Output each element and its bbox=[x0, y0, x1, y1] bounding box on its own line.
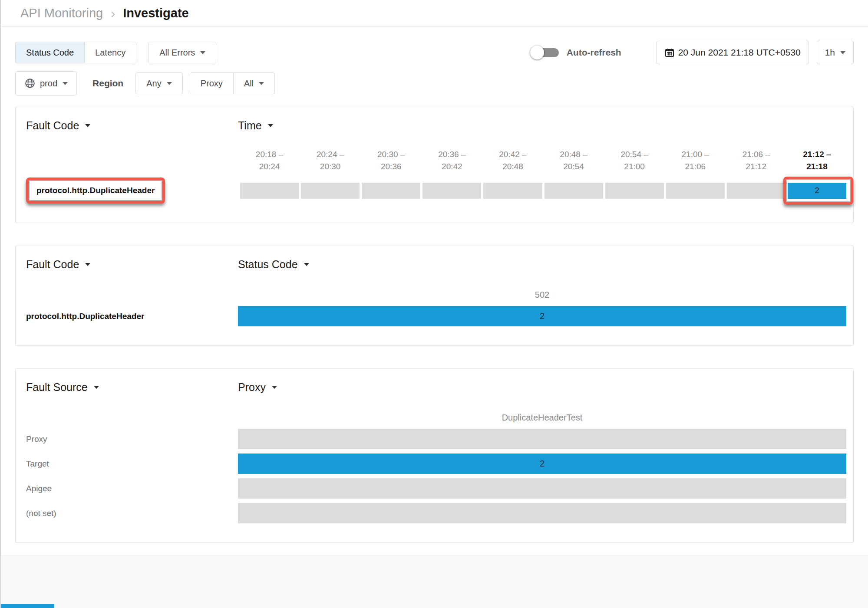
page-title: Investigate bbox=[123, 6, 189, 20]
bar-row-label: Target bbox=[26, 459, 238, 469]
panel-3-header: Fault Source Proxy bbox=[26, 381, 846, 394]
caret-down-icon bbox=[63, 82, 68, 85]
tab-status-code[interactable]: Status Code bbox=[15, 42, 85, 63]
bar-empty[interactable] bbox=[238, 503, 846, 523]
toolbar-right-group: Auto-refresh bbox=[530, 41, 854, 64]
region-label: Region bbox=[92, 78, 123, 89]
environment-dropdown[interactable]: prod bbox=[15, 71, 77, 95]
bar-row: Apigee bbox=[26, 478, 846, 499]
api-monitoring-investigate-page: API Monitoring › Investigate Status Code… bbox=[0, 0, 868, 608]
time-cell-empty[interactable] bbox=[727, 183, 785, 199]
bar-empty[interactable] bbox=[238, 429, 846, 449]
calendar-icon bbox=[664, 47, 675, 58]
col-dimension-label: Time bbox=[238, 119, 262, 132]
panel-2-header: Fault Code Status Code bbox=[26, 258, 846, 271]
status-column-header-row: 502 bbox=[26, 271, 846, 300]
page-footer bbox=[1, 555, 868, 608]
status-matrix-rows: protocol.http.DuplicateHeader2 bbox=[26, 306, 846, 326]
time-bucket-label: 21:00 –21:06 bbox=[666, 148, 725, 172]
time-cell-empty[interactable] bbox=[666, 183, 725, 199]
proxy-column-header-row: DuplicateHeaderTest bbox=[26, 394, 846, 423]
bar-row-label: Apigee bbox=[26, 484, 238, 493]
bar-row: Proxy bbox=[26, 429, 846, 449]
caret-down-icon bbox=[85, 263, 90, 266]
time-bucket-label: 20:42 –20:48 bbox=[483, 148, 542, 172]
bottom-accent-strip bbox=[1, 604, 54, 608]
time-cell-empty[interactable] bbox=[301, 183, 360, 199]
breadcrumb-chevron-icon: › bbox=[111, 6, 115, 21]
globe-icon bbox=[24, 78, 36, 89]
row-dimension-dropdown[interactable]: Fault Code bbox=[26, 119, 238, 132]
caret-down-icon bbox=[840, 51, 845, 54]
panel-fault-code-by-status-code: Fault Code Status Code 502 protocol.http… bbox=[15, 246, 854, 346]
caret-down-icon bbox=[304, 263, 309, 266]
col-dimension-dropdown[interactable]: Proxy bbox=[238, 381, 846, 394]
col-dimension-dropdown[interactable]: Status Code bbox=[238, 258, 846, 271]
bar-empty[interactable] bbox=[238, 478, 846, 499]
time-matrix-row: protocol.http.DuplicateHeader 2 bbox=[26, 177, 846, 204]
tab-latency[interactable]: Latency bbox=[84, 42, 136, 63]
status-column-header: 502 bbox=[238, 290, 846, 300]
annotation-red-box: protocol.http.DuplicateHeader bbox=[26, 177, 165, 204]
panel-1-header: Fault Code Time bbox=[26, 119, 846, 132]
time-bucket-label: 20:48 –20:54 bbox=[545, 148, 603, 172]
time-bucket-label: 21:12 –21:18 bbox=[788, 148, 846, 172]
proxy-column-header: DuplicateHeaderTest bbox=[238, 413, 846, 423]
proxy-filter-value: All bbox=[244, 79, 254, 89]
time-cell-empty[interactable] bbox=[240, 183, 299, 199]
time-range-dropdown[interactable]: 1h bbox=[817, 41, 854, 64]
row-dimension-dropdown[interactable]: Fault Source bbox=[26, 381, 238, 394]
time-bucket-label: 20:30 –20:36 bbox=[362, 148, 420, 172]
row-dimension-label: Fault Source bbox=[26, 381, 88, 394]
errors-filter-dropdown[interactable]: All Errors bbox=[149, 42, 216, 63]
time-bucket-label: 20:36 –20:42 bbox=[422, 148, 481, 172]
bar-row-label: protocol.http.DuplicateHeader bbox=[26, 312, 238, 321]
time-range-value: 1h bbox=[825, 47, 835, 58]
bar-value[interactable]: 2 bbox=[238, 306, 846, 326]
time-cell-empty[interactable] bbox=[422, 183, 481, 199]
time-cell-empty[interactable] bbox=[483, 183, 542, 199]
time-cell-value[interactable]: 2 bbox=[788, 183, 846, 199]
bar-value[interactable]: 2 bbox=[238, 454, 846, 474]
proxy-filter-dropdown[interactable]: All bbox=[233, 72, 275, 94]
bar-row-label: Proxy bbox=[26, 434, 238, 444]
breadcrumb-section[interactable]: API Monitoring bbox=[20, 6, 103, 20]
time-cell-empty[interactable] bbox=[545, 183, 603, 199]
row-dimension-label: Fault Code bbox=[26, 258, 79, 271]
caret-down-icon bbox=[200, 51, 205, 54]
bar-row: protocol.http.DuplicateHeader2 bbox=[26, 306, 846, 326]
row-dimension-label: Fault Code bbox=[26, 119, 79, 132]
time-bucket-label: 21:06 –21:12 bbox=[727, 148, 785, 172]
environment-value: prod bbox=[40, 79, 57, 89]
time-cell-empty[interactable] bbox=[362, 183, 420, 199]
proxy-filter-group: Proxy All bbox=[190, 72, 275, 94]
breadcrumb: API Monitoring › Investigate bbox=[1, 0, 868, 27]
fault-code-row-label: protocol.http.DuplicateHeader bbox=[36, 186, 155, 195]
time-cell-empty[interactable] bbox=[605, 183, 664, 199]
panel-fault-source-by-proxy: Fault Source Proxy DuplicateHeaderTest P… bbox=[15, 368, 854, 543]
datetime-picker-button[interactable]: 20 Jun 2021 21:18 UTC+0530 bbox=[656, 41, 809, 64]
caret-down-icon bbox=[259, 82, 264, 85]
caret-down-icon bbox=[272, 386, 277, 389]
proxy-filter-label: Proxy bbox=[190, 72, 234, 94]
toggle-knob bbox=[530, 46, 544, 59]
annotation-red-box bbox=[783, 177, 853, 205]
region-dropdown[interactable]: Any bbox=[135, 72, 182, 94]
auto-refresh-label: Auto-refresh bbox=[567, 47, 621, 58]
bar-row: Target2 bbox=[26, 454, 846, 474]
row-dimension-dropdown[interactable]: Fault Code bbox=[26, 258, 238, 271]
fault-code-row-label-wrap: protocol.http.DuplicateHeader bbox=[26, 177, 238, 204]
toolbar-row-2: prod Region Any Proxy All bbox=[15, 71, 854, 95]
auto-refresh-toggle[interactable] bbox=[530, 46, 559, 59]
time-column-headers: 20:18 –20:2420:24 –20:3020:30 –20:3620:3… bbox=[26, 132, 846, 172]
caret-down-icon bbox=[85, 124, 90, 127]
errors-filter-value: All Errors bbox=[159, 48, 195, 58]
panel-fault-code-by-time: Fault Code Time 20:18 –20:2420:24 –20:30… bbox=[15, 107, 854, 223]
datetime-value: 20 Jun 2021 21:18 UTC+0530 bbox=[678, 47, 801, 58]
toolbar-row-1: Status Code Latency All Errors Auto-refr… bbox=[15, 41, 854, 64]
caret-down-icon bbox=[94, 386, 99, 389]
time-bucket-label: 20:24 –20:30 bbox=[301, 148, 360, 172]
region-value: Any bbox=[146, 79, 161, 89]
filter-toolbar: Status Code Latency All Errors Auto-refr… bbox=[1, 27, 868, 95]
col-dimension-dropdown[interactable]: Time bbox=[238, 119, 846, 132]
